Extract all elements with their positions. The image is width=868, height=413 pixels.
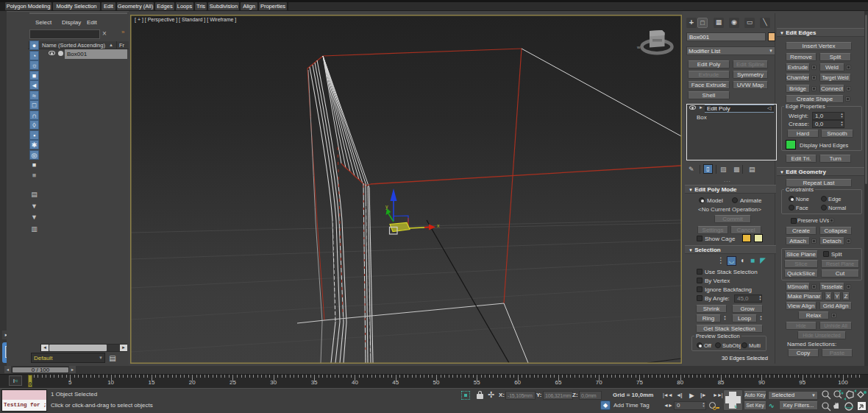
svg-text:x: x [437,223,440,228]
svg-text:w: w [636,45,641,49]
svg-text:y: y [385,204,388,210]
